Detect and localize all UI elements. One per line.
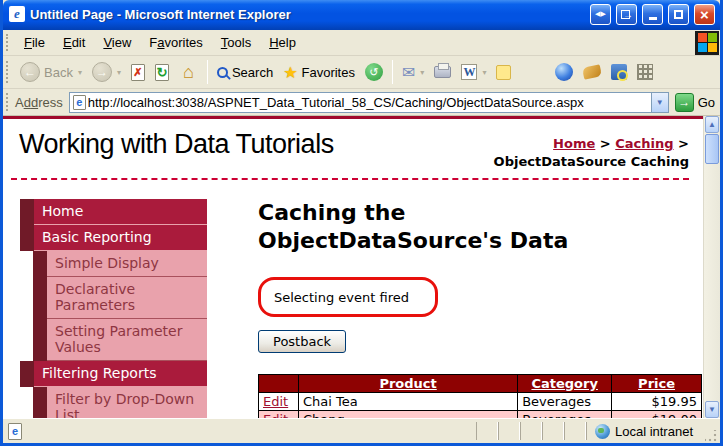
- addon-sphere-button[interactable]: [550, 61, 578, 83]
- print-icon: [434, 66, 451, 78]
- edit-word-button[interactable]: W ▾: [456, 62, 491, 82]
- sidebar-item-simple-display[interactable]: Simple Display: [33, 251, 207, 277]
- nav-indent-strip: [33, 319, 47, 361]
- sidebar-item-home[interactable]: Home: [20, 199, 207, 225]
- toolbar-grip[interactable]: [6, 61, 11, 83]
- event-message: Selecting event fired: [274, 290, 409, 305]
- mail-icon: ✉: [402, 63, 415, 82]
- breadcrumb-home-link[interactable]: Home: [553, 136, 595, 151]
- minimize-button[interactable]: [642, 4, 663, 25]
- note-icon: [496, 65, 511, 80]
- menu-grip[interactable]: [6, 34, 11, 52]
- messenger-button[interactable]: [632, 62, 658, 82]
- price-sort-link[interactable]: Price: [638, 376, 675, 391]
- mail-button[interactable]: ✉ ▾: [397, 61, 429, 84]
- go-label: Go: [698, 95, 715, 110]
- category-column-header: Category: [518, 375, 612, 393]
- nav-indent-strip: [20, 199, 34, 225]
- menu-bar: File Edit View Favorites Tools Help: [3, 30, 720, 56]
- compare-windows-button[interactable]: ◀▶: [590, 4, 611, 25]
- edit-column-header: [259, 375, 299, 393]
- scroll-up-button[interactable]: ▲: [705, 116, 719, 133]
- history-icon: ↺: [365, 63, 383, 81]
- address-grip[interactable]: [6, 93, 11, 111]
- forward-button[interactable]: → ▾: [87, 60, 126, 84]
- research-button[interactable]: [606, 62, 632, 82]
- site-title: Working with Data Tutorials: [19, 129, 334, 160]
- product-sort-link[interactable]: Product: [379, 376, 436, 391]
- intranet-globe-icon: [595, 424, 610, 439]
- edit-link[interactable]: Edit: [263, 412, 288, 418]
- arrow-icon: →: [623, 9, 633, 20]
- back-button[interactable]: ← Back ▾: [15, 60, 87, 84]
- sidebar-item-setting-parameter-values[interactable]: Setting Parameter Values: [33, 319, 207, 361]
- product-cell: Chang: [298, 411, 517, 418]
- grid-icon: [637, 64, 653, 80]
- print-button[interactable]: [429, 64, 456, 80]
- status-pane: [476, 422, 498, 440]
- nav-indent-strip: [33, 277, 47, 319]
- vertical-scrollbar[interactable]: ▲ ▼: [703, 116, 720, 418]
- discuss-button[interactable]: [491, 63, 516, 82]
- history-button[interactable]: ↺: [360, 61, 388, 83]
- home-icon: ⌂: [179, 63, 198, 82]
- scroll-track[interactable]: [704, 164, 720, 401]
- category-sort-link[interactable]: Category: [531, 376, 597, 391]
- edit-link[interactable]: Edit: [263, 394, 288, 409]
- resize-grip-icon[interactable]: [705, 430, 718, 443]
- status-left-pane: e: [8, 423, 476, 440]
- back-icon: ←: [20, 62, 40, 82]
- maximize-button[interactable]: [668, 4, 689, 25]
- menu-help[interactable]: Help: [260, 31, 305, 54]
- close-button[interactable]: ×: [694, 4, 715, 25]
- search-button[interactable]: Search: [212, 63, 278, 82]
- main-content: Caching the ObjectDataSource's Data Sele…: [258, 199, 703, 418]
- status-pane: [564, 422, 586, 440]
- address-dropdown-button[interactable]: ▼: [651, 93, 668, 112]
- address-input[interactable]: [86, 95, 651, 110]
- nav-indent-strip: [20, 225, 34, 251]
- page-content: Working with Data Tutorials Home > Cachi…: [3, 116, 703, 418]
- go-arrow-icon: →: [675, 93, 694, 112]
- sphere-icon: [555, 63, 573, 81]
- menu-edit[interactable]: Edit: [54, 31, 94, 54]
- standard-toolbar: ← Back ▾ → ▾ ✗ ↻ ⌂ Search ★ Favorites ↺ …: [3, 56, 720, 89]
- category-cell: Beverages: [518, 393, 612, 411]
- window-title: Untitled Page - Microsoft Internet Explo…: [30, 7, 585, 22]
- go-button[interactable]: → Go: [675, 93, 715, 112]
- forward-icon: →: [92, 62, 112, 82]
- toolbar-separator: [392, 60, 393, 84]
- scroll-thumb[interactable]: [705, 134, 719, 164]
- sidebar-item-declarative-parameters[interactable]: Declarative Parameters: [33, 277, 207, 319]
- refresh-button[interactable]: ↻: [150, 62, 174, 83]
- menu-file[interactable]: File: [15, 31, 54, 54]
- breadcrumb-caching-link[interactable]: Caching: [615, 136, 673, 151]
- product-cell: Chai Tea: [298, 393, 517, 411]
- breadcrumb-current: ObjectDataSource Caching: [494, 154, 689, 169]
- mail-chevron-icon: ▾: [420, 68, 424, 77]
- sidebar-item-filtering-reports[interactable]: Filtering Reports: [20, 361, 207, 387]
- title-bar[interactable]: e Untitled Page - Microsoft Internet Exp…: [3, 0, 720, 30]
- favorites-button[interactable]: ★ Favorites: [278, 61, 360, 84]
- menu-favorites[interactable]: Favorites: [140, 31, 211, 54]
- back-chevron-icon: ▾: [78, 68, 82, 77]
- products-gridview: Product Category Price Edit Chai Tea Bev…: [258, 374, 702, 418]
- status-pane: [520, 422, 542, 440]
- scroll-down-button[interactable]: ▼: [705, 401, 719, 418]
- address-field[interactable]: e ▼: [69, 92, 669, 113]
- sidebar-item-filter-by-dropdown[interactable]: Filter by Drop-Down List: [33, 387, 207, 418]
- forward-chevron-icon: ▾: [117, 68, 121, 77]
- sidebar-item-basic-reporting[interactable]: Basic Reporting: [20, 225, 207, 251]
- nav-indent-strip: [33, 251, 47, 277]
- send-to-button[interactable]: →: [616, 4, 637, 25]
- stop-button[interactable]: ✗: [126, 62, 150, 83]
- menu-view[interactable]: View: [94, 31, 140, 54]
- home-button[interactable]: ⌂: [174, 61, 203, 84]
- addon-gold-button[interactable]: [578, 64, 606, 80]
- postback-button[interactable]: Postback: [258, 330, 346, 353]
- product-column-header: Product: [298, 375, 517, 393]
- favorites-star-icon: ★: [283, 63, 297, 82]
- menu-tools[interactable]: Tools: [212, 31, 260, 54]
- address-bar: Address e ▼ → Go: [3, 89, 720, 116]
- sidebar-nav: Home Basic Reporting Simple Display Decl…: [20, 199, 207, 418]
